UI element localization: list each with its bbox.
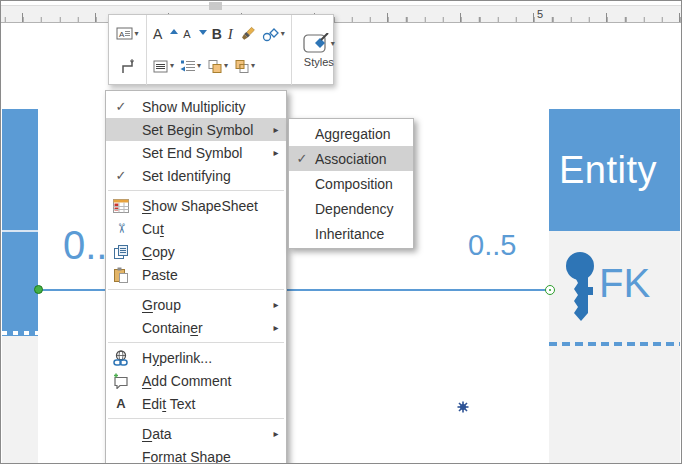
chevron-down-icon: ▾ [281, 30, 285, 38]
entity-header[interactable]: Entity [549, 109, 680, 231]
menu-separator [108, 342, 284, 343]
menu-separator [108, 190, 284, 191]
ruler-label-5: 5 [537, 8, 543, 20]
visio-window: 5 Entity FK 0.. 0..5 A [0, 0, 682, 464]
check-icon: ✓ [106, 168, 136, 183]
format-painter-icon [239, 26, 256, 42]
copy-icon [113, 244, 129, 260]
menu-separator [108, 289, 284, 290]
chevron-down-icon: ▾ [251, 62, 255, 70]
set-begin-symbol-submenu: Aggregation ✓ Association Composition De… [288, 118, 414, 249]
indent-icon [180, 59, 196, 74]
styles-label: Styles [304, 56, 334, 68]
text-align-button[interactable]: ▾ [151, 57, 176, 76]
bold-icon: B [212, 26, 222, 42]
check-icon: ✓ [106, 99, 136, 114]
styles-icon [303, 33, 329, 55]
submenu-item-inheritance[interactable]: Inheritance [289, 221, 413, 246]
toolbar-left-column: A ▾ [109, 15, 146, 85]
change-shape-button[interactable]: ▾ [260, 25, 287, 44]
grow-font-button[interactable]: A [151, 25, 179, 43]
entity-dashed-separator [549, 342, 680, 346]
text-style-icon: A [116, 26, 133, 41]
grow-font-glyph: A [153, 27, 168, 41]
left-entity-divider [2, 230, 38, 232]
fk-label: FK [599, 263, 650, 303]
bold-button[interactable]: B [210, 24, 224, 44]
toolbar-row-2: ▾ ▾ ▾ [147, 50, 291, 82]
submenu-arrow-icon: ▸ [266, 322, 286, 333]
submenu-arrow-icon: ▸ [266, 147, 286, 158]
connector-tool-button[interactable] [118, 56, 138, 76]
menu-item-set-begin-symbol[interactable]: Set Begin Symbol ▸ [106, 118, 286, 141]
menu-item-set-end-symbol[interactable]: Set End Symbol ▸ [106, 141, 286, 164]
hyperlink-icon [113, 350, 129, 366]
menu-item-cut[interactable]: ✂ Cut [106, 217, 286, 240]
menu-item-group[interactable]: Group ▸ [106, 293, 286, 316]
scissors-icon: ✂ [114, 223, 129, 234]
toolbar-row-1: A A B I [147, 18, 291, 50]
format-painter-button[interactable] [237, 24, 258, 44]
mini-toolbar: A ▾ A A [108, 14, 334, 85]
menu-item-add-comment[interactable]: Add Comment [106, 369, 286, 392]
add-comment-icon [113, 373, 129, 389]
ruler-notch [209, 2, 222, 10]
shrink-font-button[interactable]: A [181, 27, 207, 42]
menu-item-show-shapesheet[interactable]: Show ShapeSheet [106, 194, 286, 217]
menu-item-set-identifying[interactable]: ✓ Set Identifying [106, 164, 286, 187]
left-entity-dashed-separator [2, 331, 38, 335]
svg-text:A: A [119, 30, 125, 39]
left-entity-body[interactable] [2, 336, 38, 463]
entity-title: Entity [549, 149, 657, 192]
chevron-down-icon: ▾ [331, 40, 335, 48]
chevron-down-icon: ▾ [224, 62, 228, 70]
submenu-arrow-icon: ▸ [266, 124, 286, 135]
connector-begin-point[interactable] [34, 285, 43, 294]
send-backward-icon [234, 59, 250, 74]
check-icon: ✓ [289, 151, 315, 166]
submenu-item-aggregation[interactable]: Aggregation [289, 121, 413, 146]
chevron-down-icon: ▾ [197, 62, 201, 70]
menu-item-edit-text[interactable]: A Edit Text [106, 392, 286, 415]
submenu-arrow-icon: ▸ [266, 299, 286, 310]
menu-item-format-shape[interactable]: Format Shape [106, 445, 286, 464]
menu-separator [108, 418, 284, 419]
left-entity-shape[interactable] [2, 109, 38, 336]
menu-item-copy[interactable]: Copy [106, 240, 286, 263]
submenu-item-dependency[interactable]: Dependency [289, 196, 413, 221]
submenu-arrow-icon: ▸ [266, 428, 286, 439]
shapesheet-icon [113, 198, 129, 214]
italic-button[interactable]: I [226, 24, 235, 45]
foreign-key-icon [563, 251, 599, 321]
menu-item-paste[interactable]: Paste [106, 263, 286, 286]
connector-icon [120, 58, 136, 74]
page-marker-icon [457, 401, 469, 413]
shrink-font-glyph: A [183, 29, 196, 40]
chevron-down-icon: ▾ [134, 30, 138, 38]
styles-button[interactable]: ▾ Styles [292, 15, 346, 85]
bring-forward-icon [207, 59, 223, 74]
text-align-icon [153, 59, 169, 74]
text-style-button[interactable]: A ▾ [114, 24, 140, 43]
menu-item-show-multiplicity[interactable]: ✓ Show Multiplicity [106, 95, 286, 118]
chevron-down-icon: ▾ [170, 62, 174, 70]
bring-forward-button[interactable]: ▾ [205, 57, 230, 76]
toolbar-mid-column: A A B I [146, 15, 292, 85]
indent-button[interactable]: ▾ [178, 57, 203, 76]
menu-item-container[interactable]: Container ▸ [106, 316, 286, 339]
shrink-font-arrow-icon [199, 30, 207, 35]
grow-font-arrow-icon [170, 29, 178, 34]
context-menu: ✓ Show Multiplicity Set Begin Symbol ▸ S… [105, 90, 287, 464]
submenu-item-association[interactable]: ✓ Association [289, 146, 413, 171]
italic-icon: I [228, 26, 233, 43]
edit-text-icon: A [116, 396, 125, 411]
change-shape-icon [262, 27, 280, 42]
menu-item-data[interactable]: Data ▸ [106, 422, 286, 445]
menu-item-hyperlink[interactable]: Hyperlink... [106, 346, 286, 369]
multiplicity-label-right: 0..5 [468, 231, 516, 260]
send-backward-button[interactable]: ▾ [232, 57, 257, 76]
paste-icon [113, 267, 129, 283]
submenu-item-composition[interactable]: Composition [289, 171, 413, 196]
connector-end-point[interactable] [545, 285, 555, 295]
multiplicity-label-left: 0.. [63, 225, 107, 265]
